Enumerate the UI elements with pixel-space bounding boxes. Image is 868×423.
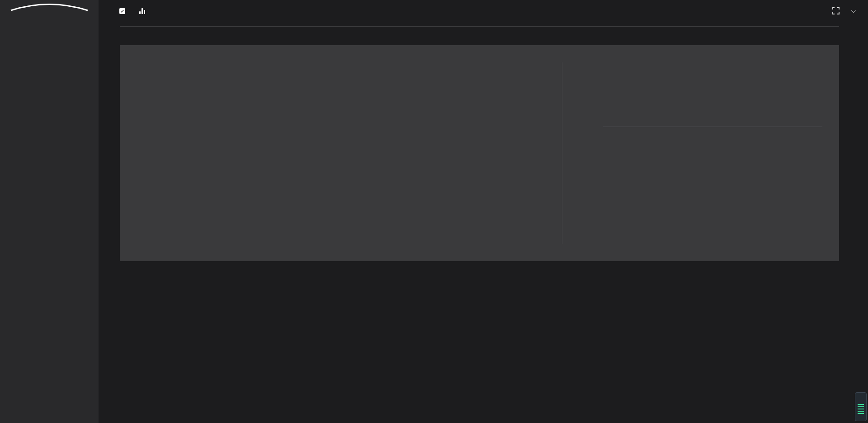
breadcrumb: [119, 8, 149, 14]
topbar-divider: [120, 26, 839, 27]
rose-chart-area: [120, 45, 562, 261]
chevron-down-icon: [851, 8, 856, 13]
floating-widget[interactable]: [855, 392, 867, 421]
user-menu[interactable]: [848, 9, 854, 13]
overview-panel: [120, 45, 839, 261]
app-logo[interactable]: [0, 0, 99, 26]
fullscreen-icon[interactable]: [832, 7, 840, 14]
bar-chart-icon: [139, 8, 146, 14]
horizontal-divider: [603, 127, 822, 127]
summary-area: [562, 45, 839, 261]
logo-arc-icon: [6, 2, 92, 11]
rose-chart: [120, 45, 562, 261]
edit-square-icon: [119, 8, 125, 14]
main-content: [99, 35, 868, 341]
topbar: [99, 0, 868, 22]
sidebar: [0, 0, 99, 423]
video-table-wrap: [120, 279, 839, 341]
